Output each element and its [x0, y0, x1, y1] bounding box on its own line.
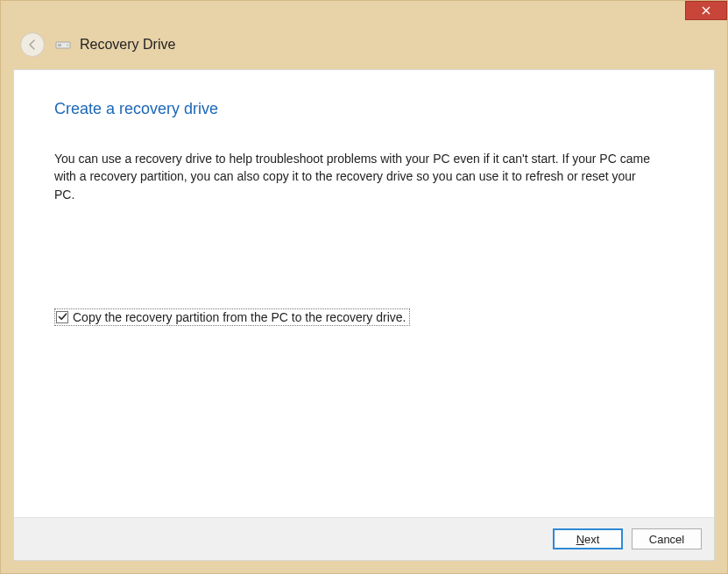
svg-rect-3: [58, 44, 61, 46]
window-title: Recovery Drive: [80, 37, 175, 53]
copy-partition-label[interactable]: Copy the recovery partition from the PC …: [73, 310, 406, 324]
button-bar: Next Cancel: [14, 517, 714, 560]
back-arrow-icon: [26, 39, 39, 51]
wizard-window: Recovery Drive Create a recovery drive Y…: [0, 0, 728, 574]
next-button-mnemonic: N: [576, 533, 584, 546]
header-row: Recovery Drive: [1, 27, 727, 69]
content-panel: Create a recovery drive You can use a re…: [13, 69, 715, 561]
page-heading: Create a recovery drive: [54, 100, 674, 118]
titlebar: [1, 1, 727, 27]
next-button[interactable]: Next: [553, 528, 623, 549]
back-button[interactable]: [20, 32, 45, 57]
copy-partition-option[interactable]: Copy the recovery partition from the PC …: [54, 308, 410, 326]
close-icon: [702, 6, 710, 15]
page-description: You can use a recovery drive to help tro…: [54, 150, 659, 203]
close-button[interactable]: [685, 1, 727, 20]
content-body: Create a recovery drive You can use a re…: [14, 70, 714, 517]
svg-point-4: [67, 45, 68, 46]
drive-icon: [55, 39, 71, 51]
cancel-button[interactable]: Cancel: [632, 528, 702, 549]
next-button-suffix: ext: [584, 533, 599, 546]
checkmark-icon: [58, 312, 67, 322]
copy-partition-checkbox[interactable]: [56, 311, 68, 323]
